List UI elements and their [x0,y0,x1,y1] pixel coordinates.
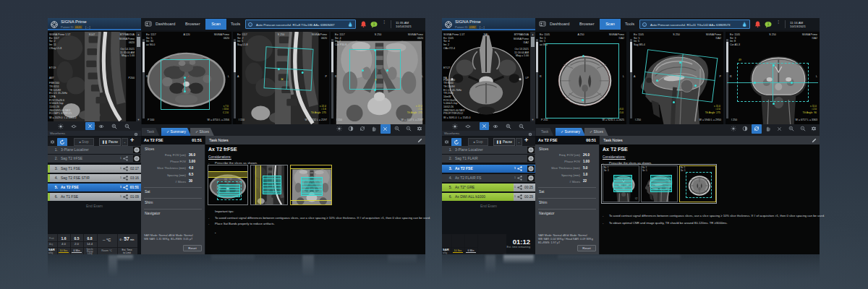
svg-text:1: 1 [373,22,375,26]
svg-text:1: 1 [767,22,770,26]
